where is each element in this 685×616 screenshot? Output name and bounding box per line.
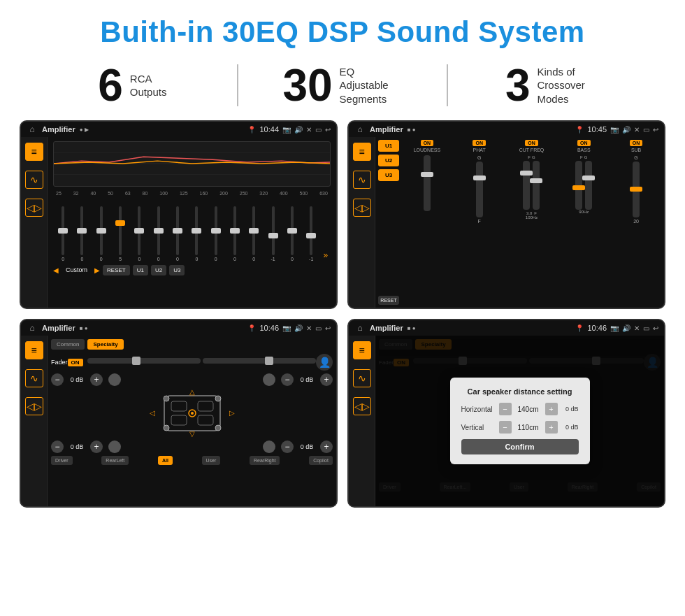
xo-app-name: Amplifier [370,125,403,134]
fader-app-name: Amplifier [42,324,75,332]
svg-point-13 [215,425,221,431]
dist-app-name: Amplifier [370,324,403,332]
eq-cam-icon: 📷 [282,126,291,134]
xo-status-icons: ■ ● [408,127,416,133]
fader-vol-fr-plus[interactable]: + [320,373,333,386]
fader-tab-common[interactable]: Common [51,339,85,350]
fader-label: Fader [51,359,68,366]
xo-u3-btn[interactable]: U3 [378,169,399,181]
eq-reset-btn[interactable]: RESET [103,265,130,275]
modal-overlay: Car speaker distance setting Horizontal … [375,336,664,506]
xo-phat-slider[interactable] [476,162,483,217]
modal-confirm-button[interactable]: Confirm [461,439,579,454]
dist-sidebar-wave[interactable]: ∿ [353,369,371,387]
dist-x-icon: ✕ [634,324,640,332]
fader-rearleft-btn[interactable]: RearLeft [101,456,129,465]
dist-status-icons: ■ ● [408,325,416,331]
fader-copilot-btn[interactable]: Copilot [309,456,333,465]
fader-vol-rl: − 0 dB + [51,440,191,453]
dist-sidebar-eq[interactable]: ≡ [353,341,371,359]
eq-more-icon[interactable]: » [322,249,329,262]
modal-horizontal-minus[interactable]: − [499,403,512,415]
modal-vertical-minus[interactable]: − [499,421,512,434]
fader-vol-rl-value: 0 dB [66,443,87,450]
svg-point-9 [191,412,194,415]
fader-time: 10:46 [259,324,279,332]
modal-vertical-controls: − 110cm + [499,421,558,434]
fader-vol-rr-minus[interactable]: − [281,440,294,453]
fader-driver-btn[interactable]: Driver [51,456,73,465]
xo-reset-btn[interactable]: RESET [378,296,399,305]
fader-sidebar-wave[interactable]: ∿ [25,369,43,387]
divider-2 [447,64,448,106]
modal-vertical-plus[interactable]: + [545,421,558,434]
eq-sidebar-vol[interactable]: ◁▷ [25,199,43,217]
xo-u2-btn[interactable]: U2 [378,155,399,166]
eq-next-btn[interactable]: ▶ [94,266,100,274]
xo-loudness-slider[interactable] [424,155,431,211]
xo-u1-btn[interactable]: U1 [378,140,399,152]
fader-vol-rr-plus[interactable]: + [320,440,333,453]
svg-point-10 [164,396,169,401]
xo-cutfreq-on[interactable]: ON [525,140,538,146]
xo-cutfreq-slider2[interactable] [533,161,540,210]
xo-loudness-on[interactable]: ON [421,140,434,146]
eq-slider-12: 0 [284,206,301,262]
dist-rect-icon: ▭ [643,324,649,332]
xo-sub-on[interactable]: ON [630,140,643,146]
eq-slider-0: 0 [55,206,71,262]
xo-sidebar-wave[interactable]: ∿ [353,171,371,189]
fader-rearright-btn[interactable]: RearRight [250,456,280,465]
xo-cutfreq-slider1[interactable] [523,161,530,210]
fader-sidebar: ≡ ∿ ◁▷ [21,336,48,506]
divider-1 [237,64,238,106]
xo-phat-on[interactable]: ON [473,140,486,146]
fader-settings-icon[interactable]: 👤 [316,354,333,371]
xo-sidebar-vol[interactable]: ◁▷ [353,199,371,217]
fader-slider-h2[interactable] [203,358,316,364]
svg-text:▷: ▷ [229,409,235,417]
stat-rca-label: RCAOutputs [130,72,167,99]
fader-tab-specialty[interactable]: Specialty [87,339,123,350]
eq-u3-btn[interactable]: U3 [169,265,185,275]
fader-sidebar-vol[interactable]: ◁▷ [25,397,43,415]
fader-vol-fl-plus[interactable]: + [90,373,103,386]
xo-sub-slider[interactable] [633,162,640,217]
xo-home-icon[interactable]: ⌂ [354,124,366,135]
fader-home-icon[interactable]: ⌂ [27,322,38,334]
xo-cutfreq-label: CUT FREQ [519,148,545,152]
modal-horizontal-plus[interactable]: + [545,403,558,415]
fader-vol-rl-plus[interactable]: + [90,440,103,453]
eq-sidebar-eq[interactable]: ≡ [25,143,43,161]
eq-slider-6: 0 [169,206,186,262]
eq-x-icon: ✕ [306,126,312,134]
eq-prev-btn[interactable]: ◀ [53,266,59,274]
eq-slider-7: 0 [188,206,205,262]
dist-sidebar-vol[interactable]: ◁▷ [353,397,371,415]
dist-time: 10:46 [587,324,607,332]
fader-speaker-fl [108,373,121,386]
xo-bass-on[interactable]: ON [577,140,591,146]
distance-screen: ⌂ Amplifier ■ ● 📍 10:46 📷 🔊 ✕ ▭ ↩ ≡ ∿ ◁▷ [347,319,665,508]
fader-sidebar-eq[interactable]: ≡ [25,341,43,359]
fader-all-btn[interactable]: All [158,456,173,465]
eq-u2-btn[interactable]: U2 [151,265,166,275]
stat-eq: 30 EQ AdjustableSegments [252,63,433,108]
dist-cam-icon: 📷 [610,324,619,332]
xo-sidebar-eq[interactable]: ≡ [353,143,371,161]
dist-home-icon[interactable]: ⌂ [354,322,366,334]
svg-text:△: △ [189,389,195,396]
fader-vol-fl-minus[interactable]: − [51,373,64,386]
home-icon[interactable]: ⌂ [27,124,38,135]
dist-vol-icon: 🔊 [622,324,630,332]
eq-content: ≡ ∿ ◁▷ [21,137,336,308]
xo-bass-slider2[interactable] [585,161,592,210]
fader-user-btn[interactable]: User [202,456,221,465]
xo-bass-slider1[interactable] [575,161,582,210]
fader-vol-rl-minus[interactable]: − [51,440,64,453]
fader-slider-h1[interactable] [87,358,201,364]
fader-vol-fr-minus[interactable]: − [281,373,294,386]
eq-sidebar-wave[interactable]: ∿ [25,171,43,189]
eq-u1-btn[interactable]: U1 [133,265,148,275]
fader-on-badge[interactable]: ON [68,359,83,366]
